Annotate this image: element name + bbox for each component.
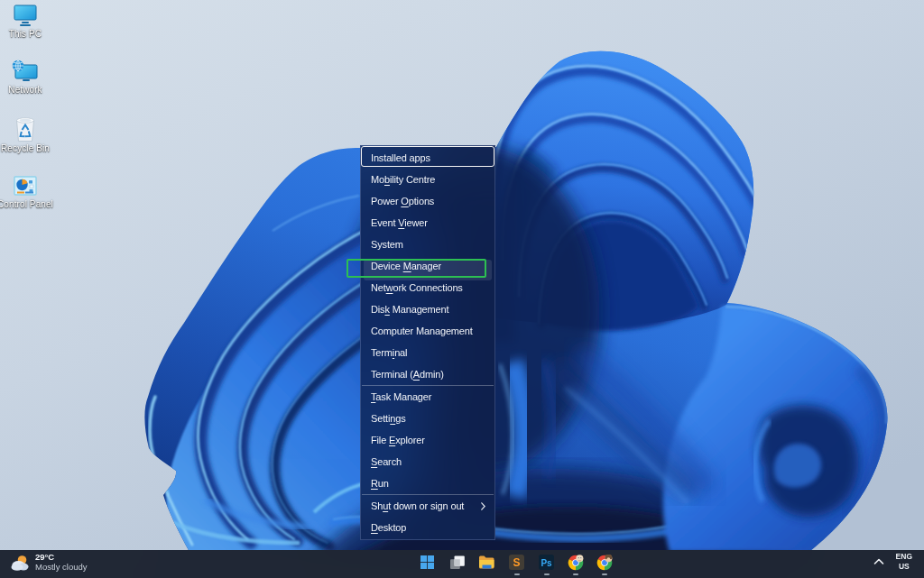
svg-text:S: S — [513, 556, 520, 569]
svg-text:Ps: Ps — [541, 558, 552, 568]
